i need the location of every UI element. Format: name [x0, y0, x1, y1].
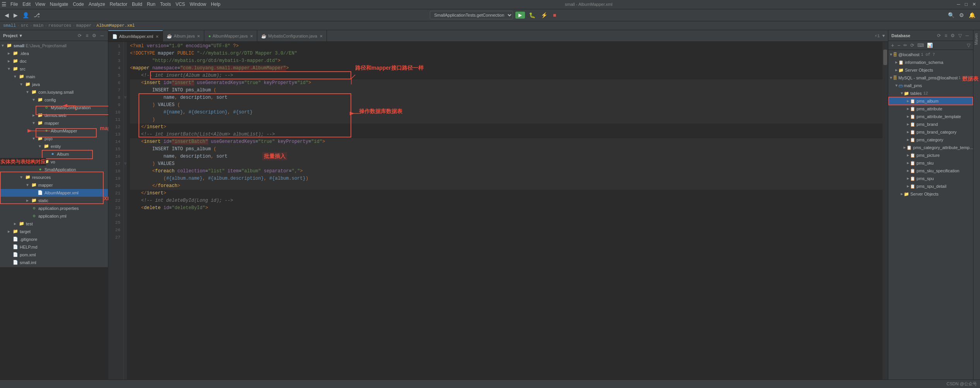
menu-help[interactable]: Help: [209, 1, 223, 8]
db-pms-spu-detail[interactable]: ▶ 📋 pms_spu_detail: [888, 182, 973, 190]
tree-package[interactable]: ▼ 📁 com.luoyang.small: [0, 88, 108, 96]
run-config-selector[interactable]: SmallApplicationTests.getConnection: [430, 11, 513, 19]
tab-mybatis-config-java[interactable]: ☕ MybatisConfiguration.java ✕: [257, 30, 327, 42]
breadcrumb-mapper[interactable]: mapper: [76, 23, 92, 28]
breadcrumb-src[interactable]: src: [21, 23, 29, 28]
db-pms-album[interactable]: ▶ 📋 pms_album: [888, 97, 973, 105]
menu-analyze[interactable]: Analyze: [86, 1, 108, 8]
breadcrumb-main[interactable]: main: [33, 23, 43, 28]
db-pms-attr-tmpl[interactable]: ▶ 📋 pms_attribute_template: [888, 113, 973, 120]
tree-demos[interactable]: ▶ 📁 demos.web: [0, 112, 108, 119]
profile-button[interactable]: ⚡: [539, 11, 549, 19]
db-mall-pms[interactable]: ▼ 🗃 mall_pms: [888, 82, 973, 89]
tree-gitignore[interactable]: 📄 .gitignore: [0, 235, 108, 243]
db-pms-category[interactable]: ▶ 📋 pms_category: [888, 136, 973, 144]
tree-resources[interactable]: ▼ 📁 resources: [0, 173, 108, 181]
db-list-icon[interactable]: ≡: [943, 33, 948, 39]
hide-icon[interactable]: ─: [99, 33, 105, 39]
breadcrumb-file[interactable]: AlbumMapper.xml: [96, 23, 135, 28]
tree-pom[interactable]: 📄 pom.xml: [0, 251, 108, 259]
tree-album[interactable]: ● Album: [0, 150, 108, 158]
sync-icon[interactable]: ⟳: [77, 33, 83, 39]
git-btn[interactable]: ⎇: [32, 11, 41, 19]
menu-run[interactable]: Run: [145, 1, 158, 8]
user-btn[interactable]: 👤: [21, 11, 31, 19]
tree-pojo[interactable]: ▼ 📁 pojo: [0, 135, 108, 142]
menu-vcs[interactable]: VCS: [173, 1, 188, 8]
db-filter2-btn[interactable]: ▽: [966, 42, 971, 48]
tree-idea[interactable]: ▶ 📁 .idea: [0, 50, 108, 57]
mapper-java-tab-close[interactable]: ✕: [250, 34, 253, 38]
album-java-tab-close[interactable]: ✕: [197, 34, 200, 38]
breadcrumb-resources[interactable]: resources: [48, 23, 71, 28]
tree-app-yml[interactable]: ⚙ application.yml: [0, 212, 108, 220]
db-server-objects-2[interactable]: ▶ 📁 Server Objects: [888, 190, 973, 198]
db-localhost[interactable]: ▼ 🗄 @localhost 1 of 7: [888, 51, 973, 58]
forward-btn[interactable]: ▶: [12, 11, 19, 19]
menu-navigate[interactable]: Navigate: [48, 1, 70, 8]
db-hide-icon[interactable]: ─: [964, 33, 970, 39]
db-pms-sku-spec[interactable]: ▶ 📋 pms_sku_specification: [888, 167, 973, 175]
db-edit-btn[interactable]: ✏: [902, 42, 908, 48]
db-pms-brand[interactable]: ▶ 📋 pms_brand: [888, 120, 973, 128]
menu-file[interactable]: File: [8, 1, 20, 8]
tree-root[interactable]: ▼ 📁 small E:\Java_Project\small: [0, 42, 108, 50]
db-mysql-conn[interactable]: ▼ 🗄 MySQL - small_pms@localhost 1 of 7: [888, 74, 973, 82]
db-refresh-btn[interactable]: ⟳: [909, 42, 915, 48]
tree-mapper-folder[interactable]: ▼ 📁 mapper: [0, 119, 108, 127]
xml-tab-close[interactable]: ✕: [156, 34, 159, 39]
tree-test[interactable]: ▶ 📁 test: [0, 220, 108, 228]
code-content[interactable]: <?xml version="1.0" encoding="UTF-8" ?> …: [127, 42, 888, 379]
db-minus-btn[interactable]: −: [896, 42, 901, 49]
db-filter-icon[interactable]: ▽: [957, 33, 963, 39]
scrollbar[interactable]: [883, 42, 888, 379]
menu-edit[interactable]: Edit: [20, 1, 33, 8]
maximize-btn[interactable]: □: [963, 1, 970, 8]
db-tables[interactable]: ▼ 📁 tables 12: [888, 89, 973, 97]
tree-static[interactable]: ▶ 📁 static: [0, 197, 108, 204]
tree-java[interactable]: ▼ 📁 java: [0, 81, 108, 88]
notifications-btn[interactable]: 🔔: [967, 11, 977, 19]
code-editor[interactable]: 12345 678910 1112131415 1617181920 21222…: [108, 42, 888, 379]
db-pms-attribute[interactable]: ▶ 📋 pms_attribute: [888, 105, 973, 113]
breadcrumb-small[interactable]: small: [3, 23, 16, 28]
tab-album-java[interactable]: ☕ Album.java ✕: [163, 30, 204, 42]
back-btn[interactable]: ◀: [3, 11, 10, 19]
menu-tools[interactable]: Tools: [158, 1, 173, 8]
db-info-schema[interactable]: ▶ 📋 information_schema: [888, 58, 973, 66]
tree-mybatis-config[interactable]: ⚙ MybatisConfiguration: [0, 104, 108, 112]
tree-album-mapper-java[interactable]: ● AlbumMapper: [0, 127, 108, 135]
db-add-btn[interactable]: +: [890, 42, 895, 49]
settings-icon[interactable]: ⚙: [91, 33, 97, 39]
tree-app-props[interactable]: ⚙ application.properties: [0, 204, 108, 212]
tree-iml[interactable]: 📄 small.iml: [0, 259, 108, 266]
stop-button[interactable]: ■: [551, 11, 558, 19]
mybatis-tab-close[interactable]: ✕: [320, 34, 323, 38]
tree-mapper-resources[interactable]: ▼ 📁 mapper: [0, 181, 108, 189]
search-btn[interactable]: 🔍: [946, 11, 956, 19]
db-pms-sku[interactable]: ▶ 📋 pms_sku: [888, 159, 973, 167]
tab-album-mapper-java[interactable]: ● AlbumMapper.java ✕: [204, 30, 257, 42]
menu-window[interactable]: Window: [187, 1, 209, 8]
menu-code[interactable]: Code: [70, 1, 86, 8]
tree-config[interactable]: ▼ 📁 config: [0, 96, 108, 104]
settings-btn[interactable]: ⚙: [958, 11, 966, 19]
tree-help[interactable]: 📄 HELP.md: [0, 243, 108, 251]
db-schema-btn[interactable]: 📊: [926, 42, 934, 48]
tree-doc[interactable]: ▶ 📁 doc: [0, 57, 108, 65]
menu-refactor[interactable]: Refactor: [108, 1, 130, 8]
db-pms-cat-attr[interactable]: ▶ 📋 pms_category_attribute_temp...: [888, 144, 973, 151]
tree-target[interactable]: ▶ 📁 target: [0, 228, 108, 235]
menu-build[interactable]: Build: [130, 1, 145, 8]
maven-tab[interactable]: Maven: [973, 30, 980, 48]
tree-entity[interactable]: ▼ 📁 entity: [0, 142, 108, 150]
db-pms-picture[interactable]: ▶ 📋 pms_picture: [888, 151, 973, 159]
db-sync-icon[interactable]: ⟳: [936, 33, 942, 39]
tree-main[interactable]: ▼ 📁 main: [0, 73, 108, 81]
close-btn[interactable]: ✕: [970, 1, 978, 8]
db-settings-icon[interactable]: ⚙: [949, 33, 956, 39]
db-pms-spu[interactable]: ▶ 📋 pms_spu: [888, 175, 973, 182]
db-pms-brand-cat[interactable]: ▶ 📋 pms_brand_category: [888, 128, 973, 136]
tree-src[interactable]: ▼ 📁 src: [0, 65, 108, 73]
minimize-btn[interactable]: ─: [954, 1, 963, 8]
